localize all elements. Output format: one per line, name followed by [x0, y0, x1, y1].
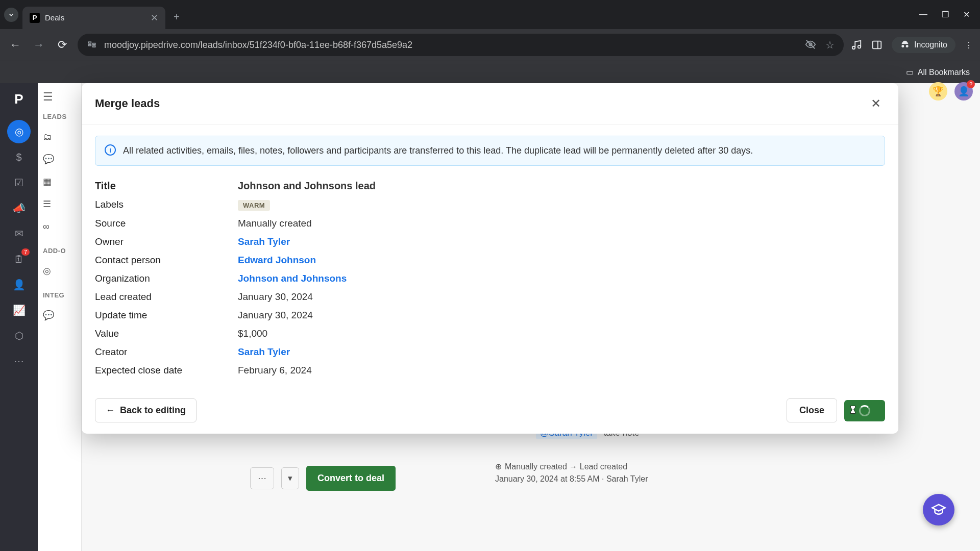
svg-rect-3 — [93, 46, 95, 47]
incognito-icon — [900, 40, 910, 50]
info-text: All related activities, emails, files, n… — [123, 144, 753, 157]
svg-rect-8 — [873, 41, 881, 49]
field-creator-label: Creator — [95, 346, 238, 358]
hourglass-cursor-icon — [848, 404, 857, 415]
info-banner: i All related activities, emails, files,… — [95, 136, 885, 166]
label-chip-warm: WARM — [238, 200, 270, 211]
tab-title: Deals — [45, 13, 64, 22]
tab-close-icon[interactable]: ✕ — [151, 12, 158, 23]
svg-point-6 — [852, 46, 855, 49]
lead-details-grid: Title Johnson and Johnsons lead Labels W… — [95, 180, 885, 376]
back-icon[interactable]: ← — [7, 38, 23, 52]
svg-rect-0 — [88, 42, 91, 43]
minimize-icon[interactable]: — — [919, 10, 927, 19]
url-text: moodjoy.pipedrive.com/leads/inbox/51f234… — [104, 40, 412, 51]
kebab-menu-icon[interactable]: ⋮ — [965, 40, 973, 50]
svg-rect-2 — [93, 43, 95, 45]
field-title-label: Title — [95, 180, 238, 192]
field-created-label: Lead created — [95, 291, 238, 303]
arrow-left-icon: ← — [106, 405, 115, 416]
info-icon: i — [105, 144, 116, 156]
bookmark-star-icon[interactable]: ☆ — [825, 39, 835, 51]
close-button[interactable]: Close — [787, 398, 837, 422]
field-source-label: Source — [95, 218, 238, 229]
loading-spinner-icon — [859, 405, 870, 416]
all-bookmarks-button[interactable]: ▭ All Bookmarks — [906, 67, 970, 77]
tab-search-button[interactable] — [4, 8, 18, 22]
field-source-value: Manually created — [238, 218, 885, 229]
field-value-value: $1,000 — [238, 328, 885, 339]
field-created-value: January 30, 2024 — [238, 291, 885, 303]
field-value-label: Value — [95, 328, 238, 339]
field-update-value: January 30, 2024 — [238, 310, 885, 321]
side-panel-icon[interactable] — [871, 39, 883, 51]
field-labels-label: Labels — [95, 199, 238, 211]
field-owner-label: Owner — [95, 236, 238, 247]
browser-tab[interactable]: P Deals ✕ — [22, 7, 165, 29]
merge-leads-modal: Merge leads ✕ i All related activities, … — [82, 83, 898, 434]
close-window-icon[interactable]: ✕ — [963, 10, 970, 19]
back-to-editing-button[interactable]: ← Back to editing — [95, 398, 197, 422]
field-contact-link[interactable]: Edward Johnson — [238, 255, 885, 266]
url-bar[interactable]: moodjoy.pipedrive.com/leads/inbox/51f234… — [78, 34, 844, 56]
merge-submit-button[interactable] — [844, 400, 885, 421]
field-org-link[interactable]: Johnson and Johnsons — [238, 273, 885, 284]
maximize-icon[interactable]: ❐ — [942, 10, 949, 19]
field-org-label: Organization — [95, 273, 238, 284]
eye-off-icon[interactable] — [805, 39, 816, 51]
new-tab-button[interactable]: + — [174, 11, 180, 23]
folder-icon: ▭ — [906, 67, 914, 77]
field-contact-label: Contact person — [95, 255, 238, 266]
music-icon[interactable] — [851, 39, 862, 51]
svg-point-7 — [858, 45, 861, 48]
modal-title: Merge leads — [95, 97, 160, 110]
address-bar-row: ← → ⟳ moodjoy.pipedrive.com/leads/inbox/… — [0, 29, 980, 61]
modal-backdrop: Merge leads ✕ i All related activities, … — [0, 83, 980, 551]
modal-close-icon[interactable]: ✕ — [867, 94, 885, 113]
field-expected-label: Expected close date — [95, 365, 238, 376]
field-update-label: Update time — [95, 310, 238, 321]
svg-rect-1 — [88, 44, 91, 46]
field-owner-link[interactable]: Sarah Tyler — [238, 236, 885, 247]
field-title-value: Johnson and Johnsons lead — [238, 180, 885, 192]
window-controls: — ❐ ✕ — [919, 10, 976, 19]
incognito-badge[interactable]: Incognito — [892, 37, 955, 53]
bookmarks-bar: ▭ All Bookmarks — [0, 61, 980, 83]
field-expected-value: February 6, 2024 — [238, 365, 885, 376]
reload-icon[interactable]: ⟳ — [54, 38, 70, 52]
browser-tab-strip: P Deals ✕ + — ❐ ✕ — [0, 0, 980, 29]
field-creator-link[interactable]: Sarah Tyler — [238, 346, 885, 358]
forward-icon[interactable]: → — [31, 38, 47, 52]
tab-favicon: P — [30, 13, 40, 23]
site-settings-icon[interactable] — [87, 40, 97, 50]
